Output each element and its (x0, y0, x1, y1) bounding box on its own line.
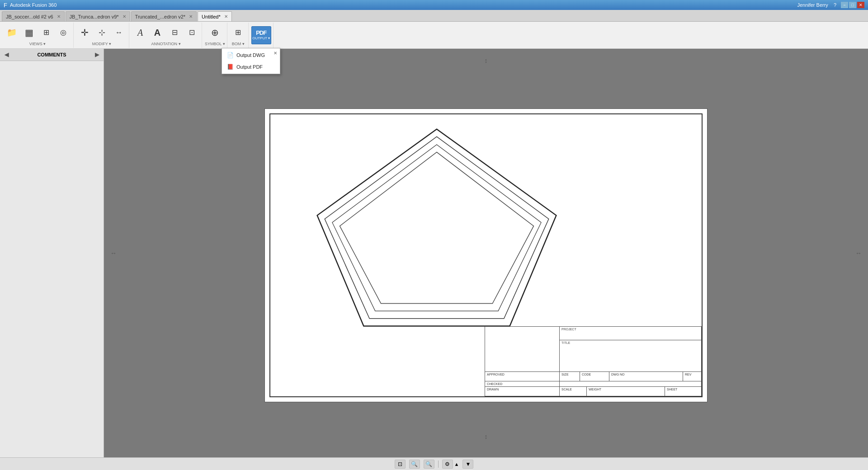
checked-label: CHECKED (487, 382, 502, 385)
tab-close-icon[interactable]: ✕ (189, 14, 193, 19)
tab-truncated[interactable]: Truncated_...edron v2* ✕ (131, 11, 197, 21)
project-label: PROJECT (561, 328, 576, 331)
tab-untitled[interactable]: Untitled* ✕ (198, 11, 232, 21)
bottom-arrow: ↕ (485, 433, 488, 440)
toolbar-group-annotation: A A ⊟ ⊡ ANNOTATION ▾ (130, 23, 202, 48)
zoom-in-button[interactable]: 🔍 (409, 460, 420, 469)
title-block-top: PROJECT TITLE (485, 327, 701, 372)
svg-marker-0 (317, 129, 557, 326)
pdf-icon: PDF (256, 30, 266, 36)
right-arrow: ↔ (855, 249, 862, 257)
checked-field: CHECKED (485, 381, 560, 386)
toolbar: 📁 ▦ ⊞ ◎ VIEWS ▾ ✛ ⊹ ↔ MODIF (0, 22, 868, 49)
window-controls: − □ ✕ (841, 2, 864, 8)
output-dwg-item[interactable]: 📄 Output DWG (222, 49, 280, 61)
help-button[interactable]: ? (834, 2, 836, 8)
title-block-info: PROJECT TITLE (560, 327, 701, 371)
annotation-sym-icon: ⊡ (189, 29, 195, 36)
display-settings-button[interactable]: ⚙ (442, 460, 453, 469)
fit-icon: ⊡ (398, 461, 402, 467)
symbol-label: SYMBOL ▾ (205, 42, 225, 46)
tab-label: Truncated_...edron v2* (135, 14, 186, 19)
symbol-icon: ⊕ (211, 28, 219, 37)
comments-label: COMMENTS (37, 52, 66, 57)
dwg-icon: 📄 (226, 52, 234, 59)
output-label: OUTPUT ▾ (252, 37, 270, 40)
chevron-down-icon: ▼ (465, 461, 471, 467)
title-block: PROJECT TITLE APPROVED (485, 326, 702, 396)
code-label: CODE (582, 373, 607, 376)
tab-label: Untitled* (202, 14, 221, 19)
tab-close-icon[interactable]: ✕ (224, 14, 228, 19)
bom-icon: ⊞ (235, 29, 241, 36)
fit-view-button[interactable]: ⊡ (395, 460, 406, 469)
annotation-dim-button[interactable]: ⊟ (166, 24, 183, 41)
title-block-row3: DRAWN SCALE WEIGHT SHEET (485, 387, 701, 396)
annotation-sym-button[interactable]: ⊡ (184, 24, 200, 41)
dwg-no-field: DWG NO (609, 372, 683, 381)
output-dwg-label: Output DWG (236, 52, 265, 58)
output-pdf-item[interactable]: 📕 Output PDF (222, 61, 280, 73)
views-label: VIEWS ▾ (29, 42, 46, 46)
annotation-text-button[interactable]: A (132, 24, 148, 41)
rotate-icon: ◎ (60, 29, 66, 36)
sheet-field: SHEET (665, 387, 701, 396)
app-icon: F (4, 2, 7, 9)
symbol-button[interactable]: ⊕ (207, 24, 223, 41)
minimize-button[interactable]: − (841, 2, 848, 8)
sidebar-header: ◀ COMMENTS ▶ (0, 49, 104, 61)
move-button[interactable]: ✛ (76, 24, 93, 41)
layout-icon: ⊞ (43, 29, 49, 36)
zoom-out-button[interactable]: 🔍 (424, 460, 434, 469)
status-divider (438, 461, 439, 468)
output-pdf-label: Output PDF (236, 64, 263, 70)
title-block-row2: CHECKED (485, 381, 701, 387)
tab-close-icon[interactable]: ✕ (123, 14, 126, 19)
pentagon-drawing (301, 122, 572, 335)
tab-jb-trunca[interactable]: JB_Trunca...edron v9* ✕ (66, 11, 130, 21)
close-button[interactable]: ✕ (857, 2, 864, 8)
annotation-text2-button[interactable]: A (149, 24, 165, 41)
toolbar-group-symbol: ⊕ SYMBOL ▾ (203, 23, 227, 48)
toolbar-group-modify: ✛ ⊹ ↔ MODIFY ▾ (75, 23, 129, 48)
tab-bar: JB_soccer...old #2 v6 ✕ JB_Trunca...edro… (0, 10, 868, 22)
title-block-logo-area (485, 327, 560, 371)
tab-label: JB_soccer...old #2 v6 (6, 14, 53, 19)
toolbar-group-bom: ⊞ BOM ▾ (228, 23, 249, 48)
bom-button[interactable]: ⊞ (230, 24, 246, 41)
top-arrow: ↕ (485, 57, 488, 64)
select-button[interactable]: ⊹ (94, 24, 110, 41)
title-label: TITLE (561, 341, 570, 344)
scale-field: SCALE (560, 387, 587, 396)
title-field: TITLE (560, 340, 701, 371)
approved-label: APPROVED (487, 373, 505, 376)
views-grid-button[interactable]: ▦ (21, 24, 37, 41)
text-serif-icon: A (137, 28, 143, 37)
output-pdf-button[interactable]: PDF OUTPUT ▾ (251, 26, 271, 44)
maximize-button[interactable]: □ (849, 2, 856, 8)
svg-marker-1 (325, 136, 548, 318)
sidebar: ◀ COMMENTS ▶ (0, 49, 104, 457)
display-settings: ⚙ ▲ (442, 460, 459, 469)
sheet-label: SHEET (667, 388, 699, 391)
tab-close-icon[interactable]: ✕ (57, 14, 61, 19)
dropdown-close-button[interactable]: ✕ (272, 50, 278, 56)
annotation-label: ANNOTATION ▾ (151, 42, 180, 46)
title-text: Autodesk Fusion 360 (10, 2, 797, 8)
pdf-file-icon: 📕 (226, 63, 234, 70)
modify-label: MODIFY ▾ (92, 42, 111, 46)
folder-button[interactable]: 📁 (4, 24, 20, 41)
weight-field: WEIGHT (587, 387, 665, 396)
stretch-icon: ↔ (115, 29, 123, 36)
sidebar-nav-left[interactable]: ◀ (4, 51, 9, 59)
nav-down-button[interactable]: ▼ (462, 460, 473, 469)
sidebar-nav-right[interactable]: ▶ (94, 51, 100, 59)
zoom-in-icon: 🔍 (411, 461, 418, 467)
views-layout-button[interactable]: ⊞ (38, 24, 54, 41)
views-rotate-button[interactable]: ◎ (55, 24, 71, 41)
size-label: SIZE (561, 373, 578, 376)
tab-jb-soccer[interactable]: JB_soccer...old #2 v6 ✕ (2, 11, 65, 21)
canvas-area[interactable]: ↕ ↔ ↔ ↕ (104, 49, 868, 457)
weight-label: WEIGHT (589, 388, 663, 391)
stretch-button[interactable]: ↔ (111, 24, 127, 41)
